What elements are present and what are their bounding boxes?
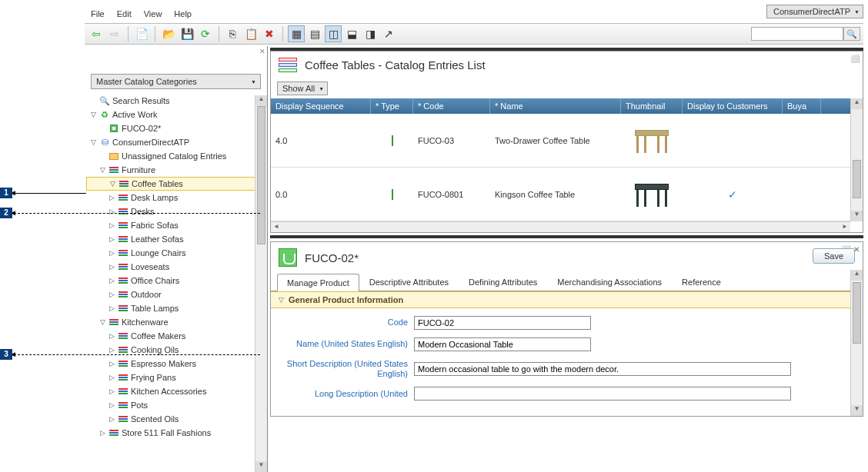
menu-file[interactable]: File (85, 8, 111, 20)
callout-2: 2 (0, 208, 12, 218)
tree-toggle-icon[interactable]: ▷ (109, 221, 117, 229)
tree-toggle-icon[interactable]: ▷ (109, 235, 117, 243)
view6-icon[interactable]: ↗ (380, 25, 397, 42)
catalog-filter-dropdown[interactable]: Master Catalog Categories (91, 74, 261, 89)
tree-toggle-icon[interactable]: ▷ (109, 332, 117, 340)
tab-defining-attributes[interactable]: Defining Attributes (459, 273, 547, 291)
new-icon[interactable]: 📄 (133, 25, 150, 42)
tree-toggle-icon[interactable]: ▽ (110, 180, 118, 188)
menu-help[interactable]: Help (168, 8, 198, 20)
tree-item[interactable]: ▽Kitchenware (86, 315, 265, 329)
tree-item[interactable]: ▽Furniture (86, 163, 265, 177)
tree-toggle-icon[interactable]: ▷ (109, 277, 117, 284)
save-icon[interactable]: 💾 (179, 25, 195, 42)
tree-toggle-icon[interactable]: ▷ (109, 263, 117, 271)
tree-toggle-icon[interactable]: ▷ (109, 304, 117, 312)
table-row[interactable]: 4.0FUCO-03Two-Drawer Coffee Table (271, 114, 863, 168)
search-button-icon[interactable]: 🔍 (843, 27, 860, 41)
forward-icon[interactable]: ⇨ (106, 25, 123, 42)
section-header[interactable]: ▽ General Product Information (271, 291, 863, 308)
splitter-mid[interactable] (270, 235, 863, 238)
detail-vscroll[interactable]: ▲▼ (850, 270, 863, 416)
view4-icon[interactable]: ⬓ (343, 25, 360, 42)
tab-descriptive-attributes[interactable]: Descriptive Attributes (359, 273, 459, 291)
tree-toggle-icon[interactable]: ▷ (109, 208, 117, 215)
store-selector[interactable]: ConsumerDirectATP (766, 5, 863, 18)
menu-edit[interactable]: Edit (111, 8, 138, 20)
menu-view[interactable]: View (138, 8, 169, 20)
tree-toggle-icon[interactable]: ▽ (91, 138, 98, 146)
tree-item[interactable]: ▽♻Active Work (86, 108, 265, 121)
tree-toggle-icon[interactable]: ▷ (100, 429, 108, 437)
view1-icon[interactable]: ▦ (288, 25, 305, 42)
refresh-icon[interactable]: ⟳ (197, 25, 214, 42)
tree-item-label: Fabric Sofas (131, 221, 179, 230)
input-long-description[interactable] (414, 387, 791, 401)
view5-icon[interactable]: ◨ (362, 25, 379, 42)
tab-reference[interactable]: Reference (672, 273, 731, 291)
delete-icon[interactable]: ✖ (261, 25, 278, 42)
input-name[interactable] (414, 337, 591, 351)
tree-toggle-icon[interactable]: ▽ (100, 166, 108, 174)
tree-toggle-icon[interactable]: ▷ (109, 291, 117, 298)
grid-hscroll[interactable] (271, 221, 850, 232)
tree-toggle-icon[interactable]: ▷ (109, 374, 117, 381)
tree-toggle-icon[interactable]: ▷ (109, 401, 117, 409)
tree-item[interactable]: ▷Desks (86, 204, 265, 218)
tree-toggle-icon[interactable]: ▷ (109, 360, 117, 367)
input-code[interactable] (414, 316, 591, 330)
tree-item[interactable]: Unassigned Catalog Entries (86, 149, 265, 163)
tree-item[interactable]: ▽⛁ConsumerDirectATP (86, 135, 265, 149)
tree-item[interactable]: ▷Coffee Makers (86, 329, 265, 343)
filter-dropdown[interactable]: Show All (277, 81, 328, 95)
tree-item[interactable]: ▷Table Lamps (86, 301, 265, 315)
tree-toggle-icon[interactable]: ▷ (109, 249, 117, 257)
tree-item[interactable]: 🔍Search Results (86, 94, 265, 108)
sidebar-scrollbar[interactable]: ▲▼ (255, 95, 267, 472)
col-type[interactable]: * Type (371, 98, 413, 114)
tab-merchandising-associations[interactable]: Merchandising Associations (547, 273, 672, 291)
search-input[interactable] (751, 27, 843, 41)
tree-toggle-icon[interactable]: ▷ (109, 194, 117, 201)
tree-item[interactable]: ▽Coffee Tables (86, 177, 265, 191)
tree-item[interactable]: ▷Lounge Chairs (86, 246, 265, 260)
tree-item[interactable]: ▷Pots (86, 398, 265, 412)
input-short-description[interactable] (414, 362, 791, 376)
tree-item[interactable]: ▷Desk Lamps (86, 191, 265, 204)
view2-icon[interactable]: ▤ (306, 25, 323, 42)
tree-item[interactable]: ▷Kitchen Accessories (86, 384, 265, 398)
tree-item[interactable]: ▷Outdoor (86, 288, 265, 301)
tree-toggle-icon[interactable]: ▷ (109, 415, 117, 423)
tree-item[interactable]: ▷Office Chairs (86, 274, 265, 288)
tree-toggle-icon[interactable]: ▽ (91, 111, 98, 118)
col-code[interactable]: * Code (413, 98, 490, 114)
tree-item[interactable]: ▷Fabric Sofas (86, 218, 265, 232)
paste-icon[interactable]: 📋 (242, 25, 259, 42)
maximize-icon[interactable]: ⬜ (850, 55, 860, 63)
save-button[interactable]: Save (813, 248, 855, 264)
col-buyable[interactable]: Buya (783, 98, 821, 114)
col-name[interactable]: * Name (490, 98, 621, 114)
tree-item[interactable]: ▷Scented Oils (86, 412, 265, 426)
tree-toggle-icon[interactable]: ▷ (109, 346, 117, 354)
col-display[interactable]: Display to Customers (683, 98, 783, 114)
tree-item[interactable]: ▷Espresso Makers (86, 357, 265, 371)
tree-item[interactable]: ▷Store 511 Fall Fashions (86, 426, 265, 440)
col-thumbnail[interactable]: Thumbnail (621, 98, 683, 114)
col-sequence[interactable]: Display Sequence (271, 98, 371, 114)
table-row[interactable]: 0.0FUCO-0801Kingson Coffee Table✓ (271, 168, 863, 221)
tree-item[interactable]: ▷Leather Sofas (86, 232, 265, 246)
sidebar-close-icon[interactable]: ✕ (259, 48, 265, 55)
copy-icon[interactable]: ⎘ (224, 25, 241, 42)
back-icon[interactable]: ⇦ (88, 25, 105, 42)
tree-item[interactable]: ▷Frying Pans (86, 371, 265, 384)
grid-vscroll[interactable]: ▲▼ (850, 98, 863, 221)
tab-manage-product[interactable]: Manage Product (277, 274, 359, 291)
tree-toggle-icon[interactable]: ▽ (100, 318, 108, 326)
tree-item[interactable]: FUCO-02* (86, 121, 265, 135)
tree-item[interactable]: ▷Loveseats (86, 260, 265, 274)
view3-icon[interactable]: ◫ (325, 25, 342, 42)
callout-arrow-1 (14, 193, 86, 194)
open-icon[interactable]: 📂 (160, 25, 177, 42)
tree-toggle-icon[interactable]: ▷ (109, 387, 117, 395)
